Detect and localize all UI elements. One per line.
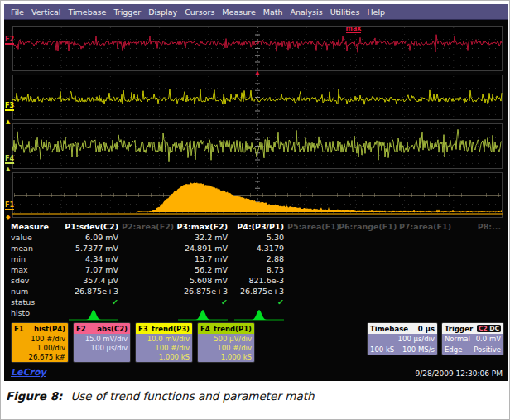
menu-item-vertical[interactable]: Vertical bbox=[31, 7, 61, 17]
menu-item-math[interactable]: Math bbox=[263, 7, 283, 17]
measure-cell-sdev-p4: 821.6e-3 bbox=[231, 275, 287, 286]
waveform-panel-f3 bbox=[12, 75, 503, 120]
trigger-header: Trigger C2 DC bbox=[442, 323, 503, 334]
timebase-header: Timebase 0 µs bbox=[368, 323, 437, 334]
channel-box-header: F2abs(C2) bbox=[74, 323, 130, 334]
trace-f2 bbox=[12, 26, 503, 71]
measure-row-status: status✔✔✔ bbox=[11, 297, 504, 307]
measure-row-label: mean bbox=[11, 243, 57, 253]
channel-setting-line: 1.000 kS bbox=[138, 353, 190, 362]
trigger-body: Normal 0.0 mV Edge Positive bbox=[442, 334, 503, 355]
trigger-source: C2 bbox=[479, 325, 488, 332]
level-marker-f3-icon[interactable]: ▲ bbox=[6, 119, 10, 125]
trigger-type: Edge bbox=[445, 345, 462, 355]
level-marker-f1-icon[interactable]: ◆ bbox=[6, 215, 10, 220]
figure-page: FileVerticalTimebaseTriggerDisplayCursor… bbox=[0, 0, 510, 420]
measure-cell-max-p5 bbox=[287, 264, 339, 275]
timebase-rate: 100 MS/s bbox=[402, 345, 435, 355]
measure-cell-num-p4: 26.875e+3 bbox=[231, 286, 287, 297]
channel-box-header: F3trend(P3) bbox=[136, 323, 192, 334]
measure-cell-min-p1: 4.34 mV bbox=[57, 253, 122, 264]
channel-box-f1[interactable]: F1hist(P4)100 #/div1.00/div26.675 k# bbox=[11, 322, 69, 363]
channel-setting-line: 100 µs/div bbox=[76, 344, 128, 353]
menu-item-trigger[interactable]: Trigger bbox=[113, 7, 141, 17]
measure-cell-status-p2 bbox=[122, 297, 173, 307]
measure-cell-sdev-p3: 5.608 mV bbox=[173, 275, 231, 286]
menu-item-help[interactable]: Help bbox=[367, 7, 385, 17]
channel-box-f2[interactable]: F2abs(C2)15.0 mV/div100 µs/div bbox=[73, 322, 131, 363]
measure-cell-measure-p8[interactable]: P8:... bbox=[455, 221, 504, 232]
channel-box-f3[interactable]: F3trend(P3)10.0 mV/div100 #/div1.000 kS bbox=[135, 322, 193, 363]
channel-id: F3 bbox=[138, 325, 148, 333]
measure-cell-mean-p8 bbox=[455, 243, 504, 253]
measure-cell-mean-p4: 4.3179 bbox=[231, 243, 287, 253]
menu-item-timebase[interactable]: Timebase bbox=[68, 7, 106, 17]
menu-item-display[interactable]: Display bbox=[148, 7, 177, 17]
timebase-box[interactable]: Timebase 0 µs 100 µs/div 100 kS 100 MS/s bbox=[367, 322, 438, 355]
channel-function: abs(C2) bbox=[97, 325, 128, 333]
measure-cell-measure-p1[interactable]: P1:sdev(C2) bbox=[57, 221, 122, 232]
timebase-scale: 100 µs/div bbox=[398, 334, 435, 345]
timebase-samples: 100 kS bbox=[370, 345, 394, 355]
channel-function: trend(P3) bbox=[152, 325, 190, 333]
trace-f4 bbox=[12, 123, 503, 169]
trigger-slope: Positive bbox=[474, 345, 501, 355]
channel-id: F1 bbox=[14, 325, 24, 333]
channel-settings: 10.0 mV/div100 #/div1.000 kS bbox=[136, 334, 192, 363]
measure-cell-value-p4: 5.30 bbox=[231, 232, 287, 243]
measure-cell-histo-p5 bbox=[287, 307, 339, 325]
channel-settings: 500 µV/div100 #/div1.000 kS bbox=[198, 334, 254, 363]
trace-label-f3[interactable]: F3 bbox=[5, 102, 14, 111]
datetime-display: 9/28/2009 12:30:06 PM bbox=[416, 369, 503, 378]
timebase-body: 100 µs/div 100 kS 100 MS/s bbox=[368, 334, 437, 355]
menu-item-analysis[interactable]: Analysis bbox=[291, 7, 323, 17]
measure-cell-value-p7 bbox=[395, 232, 455, 243]
measure-cell-measure-p2[interactable]: P2:area(F2) bbox=[122, 221, 173, 232]
menu-item-cursors[interactable]: Cursors bbox=[185, 7, 214, 17]
menu-item-utilities[interactable]: Utilities bbox=[330, 7, 360, 17]
channel-settings: 15.0 mV/div100 µs/div bbox=[74, 334, 130, 363]
measure-cell-measure-p5[interactable]: P5:area(F1) bbox=[287, 221, 339, 232]
measure-cell-value-p1: 6.09 mV bbox=[57, 232, 122, 243]
measure-row-num: num26.875e+326.875e+326.875e+3 bbox=[11, 286, 504, 297]
trigger-title: Trigger bbox=[445, 325, 473, 333]
menu-item-file[interactable]: File bbox=[11, 7, 24, 17]
measure-cell-num-p8 bbox=[455, 286, 504, 297]
menu-item-measure[interactable]: Measure bbox=[222, 7, 255, 17]
measure-row-label: min bbox=[11, 253, 57, 264]
measure-cell-value-p8 bbox=[455, 232, 504, 243]
channel-setting-line: 15.0 mV/div bbox=[76, 335, 128, 344]
measure-cell-max-p4: 8.73 bbox=[231, 264, 287, 275]
trigger-time-marker-icon[interactable]: ▲ bbox=[255, 70, 259, 76]
channel-setting-line: 26.675 k# bbox=[14, 353, 65, 362]
measure-row-measure: MeasureP1:sdev(C2)P2:area(F2)P3:max(F2)P… bbox=[11, 221, 504, 232]
channel-box-f4[interactable]: F4trend(P1)500 µV/div100 #/div1.000 kS bbox=[197, 322, 255, 363]
timebase-title: Timebase bbox=[370, 325, 408, 333]
measure-cell-value-p3: 32.2 mV bbox=[173, 232, 231, 243]
measure-cell-measure-p4[interactable]: P4:(P3/P1) bbox=[231, 221, 287, 232]
channel-id: F2 bbox=[76, 325, 86, 333]
measure-cell-sdev-p7 bbox=[395, 275, 455, 286]
measure-cell-sdev-p1: 357.4 µV bbox=[57, 275, 122, 286]
measure-cell-measure-p7[interactable]: P7:area(F1) bbox=[395, 221, 455, 232]
trace-label-f1[interactable]: F1 bbox=[5, 201, 14, 210]
level-marker-f4-icon[interactable]: ▲ bbox=[6, 167, 10, 172]
trace-f1-histogram bbox=[12, 172, 503, 218]
measure-cell-measure-p6[interactable]: P6:range(F1) bbox=[339, 221, 395, 232]
measure-cell-status-p1: ✔ bbox=[57, 297, 122, 307]
measure-row-label: sdev bbox=[11, 275, 57, 286]
channel-id: F4 bbox=[200, 325, 210, 333]
figure-caption-text: Use of trend functions and parameter mat… bbox=[70, 389, 314, 403]
measure-row-max: max7.07 mV56.2 mV8.73 bbox=[11, 264, 504, 275]
measure-cell-mean-p3: 24.891 mV bbox=[173, 243, 231, 253]
parameter-annotation-max: max bbox=[346, 26, 362, 33]
trigger-box[interactable]: Trigger C2 DC Normal 0.0 mV Edge Positiv… bbox=[441, 322, 504, 355]
trace-label-f2[interactable]: F2 bbox=[5, 36, 14, 45]
measure-cell-measure-p3[interactable]: P3:max(F2) bbox=[173, 221, 231, 232]
measure-cell-mean-p5 bbox=[287, 243, 339, 253]
measure-row-histo: histo bbox=[11, 307, 504, 322]
waveform-panel-f1-histogram bbox=[12, 172, 503, 218]
trace-label-f4[interactable]: F4 bbox=[5, 155, 14, 164]
channel-setting-line: 100 #/div bbox=[138, 344, 190, 353]
measure-cell-sdev-p5 bbox=[287, 275, 339, 286]
